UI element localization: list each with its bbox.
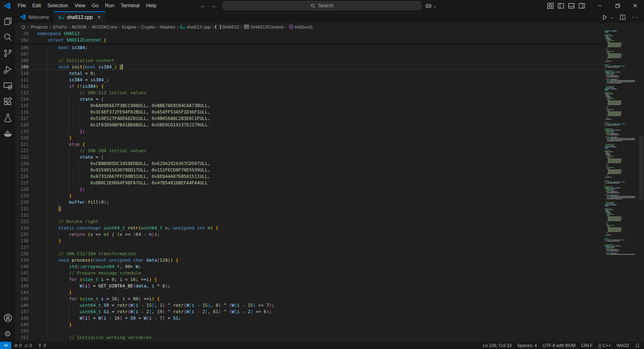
breadcrumb-item-sha512[interactable]: { }SHA512 [215,24,239,29]
line-number[interactable]: 123 [15,154,37,161]
line-number[interactable]: 145 [15,296,37,302]
status-indentation[interactable]: Spaces: 4 [514,342,540,349]
code-line-128[interactable]: 128 }; [15,186,602,193]
activity-explorer[interactable] [0,13,15,29]
layout-panel-icon[interactable] [568,2,575,9]
breadcrumb-item-avsdkcore[interactable]: AVSDKCore [91,25,118,29]
line-number[interactable]: 147 [15,309,37,315]
minimize-button[interactable] [591,0,609,11]
code-line-125[interactable]: 125 0x9159015A3070DD17ULL, 0x152FECD8F70… [15,167,602,173]
run-cpp-file-button[interactable] [601,14,608,21]
line-number[interactable]: 122 [15,148,37,154]
code-line-124[interactable]: 124 0xCBBB9D5DC1059ED8ULL, 0x629A292A367… [15,161,602,167]
code-line-110[interactable]: 110 total = 0; [15,70,602,77]
breadcrumb-item-crypto[interactable]: Crypto [141,25,155,29]
line-number[interactable]: 106 [15,45,37,51]
breadcrumb-item-sha512-cpp[interactable]: C++sha512.cpp [180,24,211,29]
vertical-scrollbar[interactable] [638,31,644,342]
status-encoding[interactable]: UTF-8 with BOM [540,342,578,349]
line-number[interactable]: 110 [15,70,37,77]
code-line-126[interactable]: 126 0x67332667FFC00B31ULL, 0x8EB44A87685… [15,173,602,180]
code-line-116[interactable]: 116 0x3C6EF372FE94F82BULL, 0xA54FF53A5F1… [15,109,602,116]
line-number[interactable]: 149 [15,322,37,328]
ports-status[interactable]: 0 [35,342,49,349]
menu-go[interactable]: Go [89,0,102,11]
code-line-114[interactable]: 114 state = { [15,96,602,103]
line-number[interactable]: 111 [15,77,37,83]
breadcrumb-item-sha512context[interactable]: SHA512Context [244,24,284,29]
breadcrumb-item-q-[interactable]: Q: [21,25,27,29]
line-number[interactable]: 118 [15,122,37,128]
code-line-146[interactable]: 146 uint64_t S0 = rotr(W[i - 15], 1) ^ r… [15,302,602,309]
code-line-135[interactable]: 135 return (x >> n) | (x << (64 - n)); [15,231,602,238]
restore-button[interactable] [609,0,626,11]
line-number[interactable]: 132 [15,212,37,219]
breadcrumb-item-engine[interactable]: Engine [122,25,137,29]
code-line-133[interactable]: 133 // Rotate right [15,219,602,225]
code-line-117[interactable]: 117 0x510E527FADE682D1ULL, 0x9B05688C2B3… [15,116,602,122]
activity-source-control[interactable] [0,45,15,61]
close-tab-icon[interactable]: × [98,14,101,20]
code-line-115[interactable]: 115 0x6A09E667F3BCC908ULL, 0xBB67AE8584C… [15,103,602,109]
activity-remote-explorer[interactable] [0,77,15,93]
menu-view[interactable]: View [71,0,89,11]
line-number[interactable]: 116 [15,109,37,116]
code-line-131[interactable]: 131 } [15,206,602,212]
chevron-down-icon[interactable]: ⌄ [610,15,613,19]
breadcrumb-item-stofu[interactable]: SToFU [52,25,67,29]
activity-settings[interactable]: ⚙ [0,326,15,342]
line-number[interactable]: 113 [15,90,37,96]
code-line-143[interactable]: 143 W[i] = GET_UINT64_BE(data, i * 8); [15,283,602,289]
code-line-122[interactable]: 122 // SHA-384 initial values [15,148,602,154]
code-line-118[interactable]: 118 0x1F83D9ABFB41BD6BULL, 0x5BE0CD19137… [15,122,602,128]
code-line-144[interactable]: 144 } [15,289,602,296]
go-forward-icon[interactable]: → [211,2,216,9]
sticky-line-39[interactable]: 39namespace SHA512 [15,31,602,37]
code-line-141[interactable]: 141 // Prepare message schedule [15,270,602,277]
code-line-140[interactable]: 140 std::array<uint64_t, 80> W; [15,264,602,270]
line-number[interactable]: 142 [15,277,37,283]
line-number[interactable]: 109 [15,64,37,70]
line-number[interactable]: 112 [15,83,37,90]
code-line-136[interactable]: 136 } [15,238,602,244]
code-line-113[interactable]: 113 // SHA-512 initial values [15,90,602,96]
menu-selection[interactable]: Selection [44,0,71,11]
line-number[interactable]: 131 [15,206,37,212]
scrollbar-slider[interactable] [639,136,643,200]
remote-indicator[interactable]: >< [0,342,11,349]
activity-testing[interactable] [0,109,15,126]
tab-sha512-cpp[interactable]: C++sha512.cpp× [54,11,105,23]
code-line-127[interactable]: 127 0xDB0C2E0D64F98FA7ULL, 0x47B5481DBEF… [15,180,602,186]
line-number[interactable]: 150 [15,328,37,335]
minimap[interactable] [602,31,638,342]
line-number[interactable]: 151 [15,335,37,341]
status-cursor-position[interactable]: Ln 109, Col 33 [480,342,514,349]
command-center-search[interactable]: Search [223,1,421,10]
line-number[interactable]: 39 [15,31,37,37]
line-number[interactable]: 133 [15,219,37,225]
line-number[interactable]: 120 [15,135,37,141]
more-actions-button[interactable]: ··· [632,14,638,21]
activity-docker[interactable] [0,126,15,142]
code-line-147[interactable]: 147 uint64_t S1 = rotr(W[i - 2], 19) ^ r… [15,309,602,315]
line-number[interactable]: 136 [15,238,37,244]
split-editor-button[interactable] [619,14,626,21]
status-platform-toolset[interactable]: Win32 [614,342,632,349]
code-line-134[interactable]: 134 static constexpr uint64_t rotr(uint6… [15,225,602,231]
code-line-145[interactable]: 145 for (size_t i = 16; i < 80; ++i) { [15,296,602,302]
line-number[interactable]: 102 [15,37,37,43]
line-number[interactable]: 108 [15,58,37,64]
menu-run[interactable]: Run [102,0,118,11]
close-window-button[interactable] [626,0,644,11]
activity-search[interactable] [0,29,15,45]
code-line-132[interactable]: 132 [15,212,602,219]
copilot-menu[interactable]: ⌄ [425,0,436,11]
line-number[interactable]: 114 [15,96,37,103]
menu-file[interactable]: File [14,0,29,11]
code-line-137[interactable]: 137 [15,244,602,251]
code-line-111[interactable]: 111 is384 = is384_; [15,77,602,83]
notifications-bell[interactable] [632,342,644,349]
code-line-106[interactable]: 106 bool is384; [15,45,602,51]
code-line-108[interactable]: 108 // Initialize context [15,58,602,64]
line-number[interactable]: 144 [15,289,37,296]
